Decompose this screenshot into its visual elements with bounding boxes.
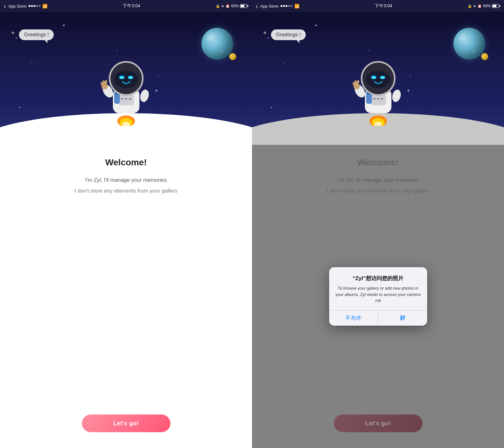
svg-point-39 xyxy=(391,89,402,103)
astronaut-right xyxy=(347,40,410,126)
svg-point-42 xyxy=(366,71,390,88)
svg-rect-47 xyxy=(381,77,384,78)
plus-decoration-1: + xyxy=(11,29,15,37)
lock-icon: 🔒 xyxy=(216,4,220,8)
svg-rect-33 xyxy=(373,98,376,100)
battery-pct-label-right: 69% xyxy=(483,4,491,8)
status-bar-left-group: App Store 📶 xyxy=(4,4,47,9)
left-phone: App Store 📶 下午3:04 🔒 ➤ ⏰ 69% xyxy=(0,0,252,448)
planet xyxy=(201,28,233,59)
status-bar-right-left-group: App Store 📶 xyxy=(256,4,299,9)
status-bar-right-group: 🔒 ➤ ⏰ 69% xyxy=(216,4,248,8)
back-chevron-icon-right[interactable] xyxy=(256,4,258,8)
star-r1 xyxy=(268,37,269,38)
signal-dot-r1 xyxy=(280,5,282,7)
permission-overlay: “Zyl”想访问您的照片 To browse your gallery or a… xyxy=(252,145,504,448)
signal-dot-r5 xyxy=(291,5,292,7)
status-bar-right-right-group: 🔒 ➤ ⏰ 69% xyxy=(468,4,500,8)
right-phone: App Store 📶 下午3:04 🔒 ➤ ⏰ 69% xyxy=(252,0,504,448)
star xyxy=(158,75,159,76)
dialog-deny-button[interactable]: 不允许 xyxy=(329,310,378,326)
svg-rect-6 xyxy=(121,98,124,100)
wifi-icon-right: 📶 xyxy=(294,4,299,9)
signal-dots-right xyxy=(280,5,292,7)
greeting-text-right: Greetings ! xyxy=(276,32,301,37)
signal-dot-3 xyxy=(34,5,35,7)
alarm-icon: ⏰ xyxy=(225,4,230,8)
signal-dot-4 xyxy=(36,5,38,7)
battery-pct-label: 69% xyxy=(231,4,239,8)
signal-dot-r4 xyxy=(288,5,290,7)
dialog-message: To browse your gallery or add new photos… xyxy=(335,285,421,304)
time-display: 下午3:04 xyxy=(123,3,140,9)
star xyxy=(16,37,17,38)
signal-dot-1 xyxy=(28,5,30,7)
space-background-right: + + Greetings ! xyxy=(252,12,504,145)
back-label-right[interactable]: App Store xyxy=(260,4,279,9)
dialog-confirm-button[interactable]: 好 xyxy=(378,310,427,326)
tagline-2-left: I don't store any elements from your gal… xyxy=(75,188,177,194)
speech-bubble-left: Greetings ! xyxy=(19,29,54,40)
moon-right xyxy=(481,53,488,60)
moon xyxy=(229,53,236,60)
svg-point-15 xyxy=(114,71,138,88)
signal-dots xyxy=(28,5,40,7)
speech-bubble-right: Greetings ! xyxy=(271,29,306,40)
svg-rect-20 xyxy=(129,77,132,78)
star xyxy=(32,63,32,63)
star-purple xyxy=(19,107,20,108)
alarm-icon-right: ⏰ xyxy=(477,4,482,8)
svg-rect-46 xyxy=(372,77,376,78)
location-icon-right: ➤ xyxy=(473,4,476,8)
star-r4 xyxy=(410,75,411,76)
time-display-right: 下午3:04 xyxy=(375,3,392,9)
signal-dot-5 xyxy=(39,5,40,7)
status-bar-left: App Store 📶 下午3:04 🔒 ➤ ⏰ 69% xyxy=(0,0,252,12)
plus-decoration-r1: + xyxy=(263,29,267,37)
svg-rect-19 xyxy=(120,77,124,78)
plus-decoration-3: + xyxy=(47,123,50,128)
battery-icon-right xyxy=(492,4,500,8)
star-r6 xyxy=(284,63,284,63)
status-bar-right: App Store 📶 下午3:04 🔒 ➤ ⏰ 69% xyxy=(252,0,504,12)
back-label[interactable]: App Store xyxy=(8,4,27,9)
dialog-body: “Zyl”想访问您的照片 To browse your gallery or a… xyxy=(329,267,427,310)
signal-dot-r2 xyxy=(283,5,285,7)
content-section-left: Welcome! I'm Zyl, I'll manage your memor… xyxy=(0,145,252,448)
back-chevron-icon[interactable] xyxy=(4,4,6,8)
location-icon: ➤ xyxy=(221,4,224,8)
content-section-right: Welcome! I'm Zyl, I'll manage your memor… xyxy=(252,145,504,448)
astronaut-left xyxy=(95,40,158,126)
signal-dot-2 xyxy=(31,5,33,7)
signal-dot-r3 xyxy=(286,5,287,7)
tagline-1-left: I'm Zyl, I'll manage your memories xyxy=(85,177,167,183)
svg-rect-5 xyxy=(118,94,134,105)
svg-point-12 xyxy=(139,89,150,103)
svg-rect-32 xyxy=(370,94,386,105)
planet-right xyxy=(453,28,485,59)
star-r-purple xyxy=(271,107,272,108)
svg-rect-7 xyxy=(125,98,127,100)
permission-dialog: “Zyl”想访问您的照片 To browse your gallery or a… xyxy=(329,267,427,326)
dialog-title: “Zyl”想访问您的照片 xyxy=(335,275,421,282)
lets-go-button-left[interactable]: Let's go! xyxy=(82,414,170,432)
wifi-icon: 📶 xyxy=(42,4,47,9)
svg-rect-8 xyxy=(129,98,131,100)
svg-rect-35 xyxy=(381,98,383,100)
lock-icon-right: 🔒 xyxy=(468,4,472,8)
star-r2 xyxy=(315,25,317,26)
space-background-left: + + + Greetings ! xyxy=(0,12,252,145)
welcome-title: Welcome! xyxy=(105,157,147,168)
dialog-buttons: 不允许 好 xyxy=(329,310,427,326)
svg-rect-34 xyxy=(377,98,379,100)
greeting-text-left: Greetings ! xyxy=(24,32,49,37)
battery-icon xyxy=(240,4,248,8)
star xyxy=(63,25,65,26)
